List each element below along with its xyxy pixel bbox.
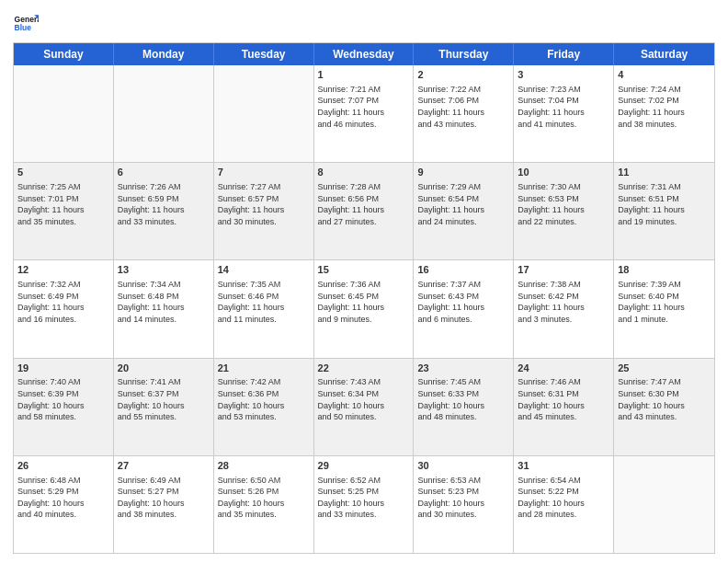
calendar-cell: 13Sunrise: 7:34 AM Sunset: 6:48 PM Dayli… (114, 260, 214, 357)
day-number: 5 (17, 166, 109, 179)
calendar-cell: 6Sunrise: 7:26 AM Sunset: 6:59 PM Daylig… (114, 163, 214, 259)
day-number: 23 (417, 362, 509, 375)
day-number: 12 (17, 263, 109, 277)
cell-info: Sunrise: 7:31 AM Sunset: 6:51 PM Dayligh… (618, 181, 711, 227)
day-number: 31 (518, 459, 609, 473)
cell-info: Sunrise: 7:35 AM Sunset: 6:46 PM Dayligh… (218, 279, 310, 325)
calendar-cell: 27Sunrise: 6:49 AM Sunset: 5:27 PM Dayli… (114, 456, 214, 553)
page-container: General Blue SundayMondayTuesdayWednesda… (0, 0, 728, 563)
calendar-cell: 20Sunrise: 7:41 AM Sunset: 6:37 PM Dayli… (114, 359, 214, 455)
day-number: 29 (318, 459, 410, 473)
calendar-cell: 15Sunrise: 7:36 AM Sunset: 6:45 PM Dayli… (314, 260, 415, 357)
svg-text:General: General (15, 15, 39, 24)
day-number: 18 (618, 263, 711, 277)
day-number: 8 (318, 166, 410, 179)
calendar-cell: 5Sunrise: 7:25 AM Sunset: 7:01 PM Daylig… (14, 163, 114, 259)
cell-info: Sunrise: 7:47 AM Sunset: 6:30 PM Dayligh… (618, 376, 711, 422)
day-number: 22 (318, 362, 410, 375)
day-number: 9 (417, 166, 509, 179)
day-number: 30 (417, 459, 509, 473)
cell-info: Sunrise: 6:49 AM Sunset: 5:27 PM Dayligh… (118, 475, 210, 521)
cell-info: Sunrise: 7:40 AM Sunset: 6:39 PM Dayligh… (17, 376, 109, 422)
day-number: 20 (118, 362, 210, 375)
cell-info: Sunrise: 7:34 AM Sunset: 6:48 PM Dayligh… (118, 279, 210, 325)
day-header-tuesday: Tuesday (214, 43, 314, 65)
cell-info: Sunrise: 7:29 AM Sunset: 6:54 PM Dayligh… (417, 181, 509, 227)
day-number: 4 (618, 68, 711, 82)
day-number: 17 (518, 263, 609, 277)
calendar-cell: 3Sunrise: 7:23 AM Sunset: 7:04 PM Daylig… (514, 65, 614, 162)
day-number: 7 (218, 166, 310, 179)
day-number: 1 (318, 68, 410, 82)
cell-info: Sunrise: 7:42 AM Sunset: 6:36 PM Dayligh… (218, 376, 310, 422)
calendar-row-0: 1Sunrise: 7:21 AM Sunset: 7:07 PM Daylig… (14, 65, 714, 163)
cell-info: Sunrise: 7:25 AM Sunset: 7:01 PM Dayligh… (17, 181, 109, 227)
calendar-row-4: 26Sunrise: 6:48 AM Sunset: 5:29 PM Dayli… (14, 456, 714, 553)
cell-info: Sunrise: 6:54 AM Sunset: 5:22 PM Dayligh… (518, 475, 609, 521)
day-number: 3 (518, 68, 609, 82)
cell-info: Sunrise: 7:41 AM Sunset: 6:37 PM Dayligh… (118, 376, 210, 422)
calendar-cell: 4Sunrise: 7:24 AM Sunset: 7:02 PM Daylig… (614, 65, 714, 162)
cell-info: Sunrise: 7:30 AM Sunset: 6:53 PM Dayligh… (518, 181, 609, 227)
calendar-cell: 18Sunrise: 7:39 AM Sunset: 6:40 PM Dayli… (614, 260, 714, 357)
cell-info: Sunrise: 7:32 AM Sunset: 6:49 PM Dayligh… (17, 279, 109, 325)
day-number: 15 (318, 263, 410, 277)
calendar-row-3: 19Sunrise: 7:40 AM Sunset: 6:39 PM Dayli… (14, 359, 714, 456)
cell-info: Sunrise: 7:37 AM Sunset: 6:43 PM Dayligh… (417, 279, 509, 325)
header: General Blue (13, 9, 715, 35)
calendar-cell: 30Sunrise: 6:53 AM Sunset: 5:23 PM Dayli… (414, 456, 514, 553)
calendar-header: SundayMondayTuesdayWednesdayThursdayFrid… (14, 43, 714, 65)
calendar-cell: 31Sunrise: 6:54 AM Sunset: 5:22 PM Dayli… (514, 456, 614, 553)
calendar-cell (114, 65, 214, 162)
day-header-thursday: Thursday (414, 43, 514, 65)
cell-info: Sunrise: 6:48 AM Sunset: 5:29 PM Dayligh… (17, 475, 109, 521)
calendar-cell: 19Sunrise: 7:40 AM Sunset: 6:39 PM Dayli… (14, 359, 114, 455)
logo-icon: General Blue (13, 9, 39, 35)
cell-info: Sunrise: 7:24 AM Sunset: 7:02 PM Dayligh… (618, 84, 711, 130)
cell-info: Sunrise: 7:36 AM Sunset: 6:45 PM Dayligh… (318, 279, 410, 325)
cell-info: Sunrise: 6:50 AM Sunset: 5:26 PM Dayligh… (218, 475, 310, 521)
svg-text:Blue: Blue (15, 23, 32, 32)
cell-info: Sunrise: 6:52 AM Sunset: 5:25 PM Dayligh… (318, 475, 410, 521)
calendar-cell: 14Sunrise: 7:35 AM Sunset: 6:46 PM Dayli… (214, 260, 314, 357)
calendar-cell (214, 65, 314, 162)
calendar-cell: 25Sunrise: 7:47 AM Sunset: 6:30 PM Dayli… (614, 359, 714, 455)
calendar-cell: 17Sunrise: 7:38 AM Sunset: 6:42 PM Dayli… (514, 260, 614, 357)
cell-info: Sunrise: 7:22 AM Sunset: 7:06 PM Dayligh… (417, 84, 509, 130)
cell-info: Sunrise: 7:26 AM Sunset: 6:59 PM Dayligh… (118, 181, 210, 227)
calendar: SundayMondayTuesdayWednesdayThursdayFrid… (13, 42, 715, 554)
calendar-cell: 1Sunrise: 7:21 AM Sunset: 7:07 PM Daylig… (314, 65, 415, 162)
day-number: 6 (118, 166, 210, 179)
calendar-cell: 8Sunrise: 7:28 AM Sunset: 6:56 PM Daylig… (314, 163, 415, 259)
calendar-body: 1Sunrise: 7:21 AM Sunset: 7:07 PM Daylig… (14, 65, 714, 553)
day-number: 13 (118, 263, 210, 277)
cell-info: Sunrise: 7:46 AM Sunset: 6:31 PM Dayligh… (518, 376, 609, 422)
day-header-monday: Monday (114, 43, 214, 65)
day-header-saturday: Saturday (614, 43, 714, 65)
calendar-cell: 28Sunrise: 6:50 AM Sunset: 5:26 PM Dayli… (214, 456, 314, 553)
day-number: 28 (218, 459, 310, 473)
day-number: 11 (618, 166, 711, 179)
calendar-cell (14, 65, 114, 162)
cell-info: Sunrise: 7:38 AM Sunset: 6:42 PM Dayligh… (518, 279, 609, 325)
calendar-cell: 24Sunrise: 7:46 AM Sunset: 6:31 PM Dayli… (514, 359, 614, 455)
day-number: 25 (618, 362, 711, 375)
day-header-wednesday: Wednesday (314, 43, 415, 65)
calendar-cell: 26Sunrise: 6:48 AM Sunset: 5:29 PM Dayli… (14, 456, 114, 553)
cell-info: Sunrise: 7:28 AM Sunset: 6:56 PM Dayligh… (318, 181, 410, 227)
calendar-row-2: 12Sunrise: 7:32 AM Sunset: 6:49 PM Dayli… (14, 260, 714, 358)
calendar-cell: 7Sunrise: 7:27 AM Sunset: 6:57 PM Daylig… (214, 163, 314, 259)
calendar-cell: 10Sunrise: 7:30 AM Sunset: 6:53 PM Dayli… (514, 163, 614, 259)
cell-info: Sunrise: 7:21 AM Sunset: 7:07 PM Dayligh… (318, 84, 410, 130)
cell-info: Sunrise: 7:43 AM Sunset: 6:34 PM Dayligh… (318, 376, 410, 422)
calendar-cell: 22Sunrise: 7:43 AM Sunset: 6:34 PM Dayli… (314, 359, 415, 455)
day-number: 27 (118, 459, 210, 473)
day-number: 21 (218, 362, 310, 375)
day-number: 19 (17, 362, 109, 375)
calendar-cell: 9Sunrise: 7:29 AM Sunset: 6:54 PM Daylig… (414, 163, 514, 259)
calendar-row-1: 5Sunrise: 7:25 AM Sunset: 7:01 PM Daylig… (14, 163, 714, 260)
day-number: 10 (518, 166, 609, 179)
cell-info: Sunrise: 7:45 AM Sunset: 6:33 PM Dayligh… (417, 376, 509, 422)
cell-info: Sunrise: 7:39 AM Sunset: 6:40 PM Dayligh… (618, 279, 711, 325)
day-number: 14 (218, 263, 310, 277)
